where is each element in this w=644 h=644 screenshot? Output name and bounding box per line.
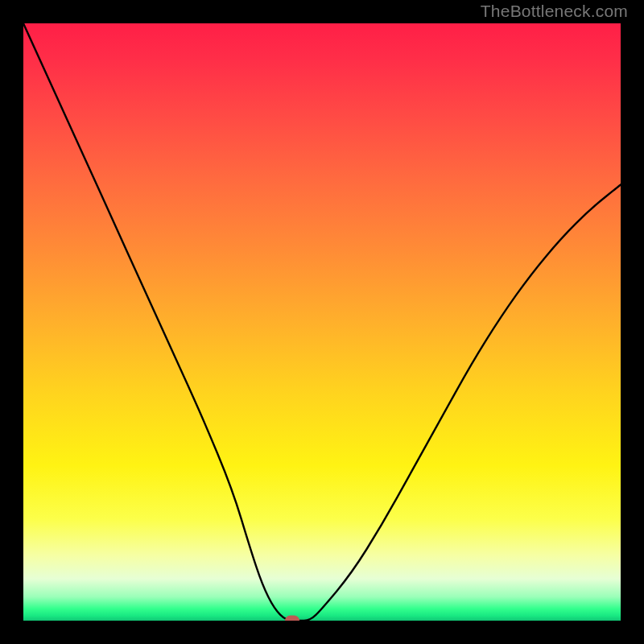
curve-path — [23, 23, 621, 621]
optimal-point-marker — [285, 616, 299, 621]
chart-frame: TheBottleneck.com — [0, 0, 644, 644]
bottleneck-curve — [23, 23, 621, 621]
watermark-text: TheBottleneck.com — [481, 2, 628, 21]
plot-area — [23, 23, 621, 621]
